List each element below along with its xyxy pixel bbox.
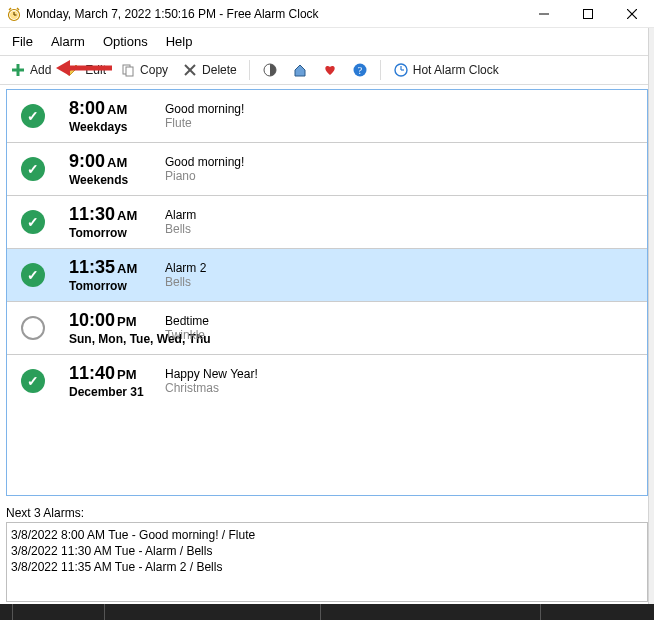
- scrollbar[interactable]: [648, 28, 654, 604]
- next-alarms-box: 3/8/2022 8:00 AM Tue - Good morning! / F…: [6, 522, 648, 602]
- copy-button[interactable]: Copy: [114, 59, 174, 81]
- edit-label: Edit: [85, 63, 106, 77]
- delete-label: Delete: [202, 63, 237, 77]
- alarm-message: Good morning!: [165, 102, 637, 116]
- separator: [380, 60, 381, 80]
- alarm-status-toggle[interactable]: ✓: [21, 104, 45, 128]
- check-icon: ✓: [27, 267, 39, 283]
- check-icon: ✓: [27, 214, 39, 230]
- alarm-ampm: PM: [117, 367, 137, 382]
- edit-button[interactable]: Edit: [59, 59, 112, 81]
- alarm-time: 10:00: [69, 310, 115, 330]
- alarm-ampm: AM: [107, 155, 127, 170]
- svg-text:?: ?: [358, 65, 363, 76]
- separator: [249, 60, 250, 80]
- alarm-row[interactable]: ✓8:00AMWeekdaysGood morning!Flute: [7, 90, 647, 143]
- alarm-time: 11:40: [69, 363, 115, 383]
- hot-alarm-clock-label: Hot Alarm Clock: [413, 63, 499, 77]
- alarm-time: 8:00: [69, 98, 105, 118]
- alarm-ampm: AM: [107, 102, 127, 117]
- home-icon: [292, 62, 308, 78]
- alarm-status-toggle[interactable]: [21, 316, 45, 340]
- add-label: Add: [30, 63, 51, 77]
- svg-rect-5: [584, 9, 593, 18]
- window-title: Monday, March 7, 2022 1:50:16 PM - Free …: [22, 7, 522, 21]
- alarm-days: Weekdays: [69, 120, 165, 134]
- toolbar: Add Edit Copy Delete ?: [0, 55, 654, 85]
- alarm-sound: Twinkle: [165, 328, 637, 342]
- alarm-time: 11:35: [69, 257, 115, 277]
- alarm-row[interactable]: ✓11:35AMTomorrowAlarm 2Bells: [7, 249, 647, 302]
- alarm-row[interactable]: ✓11:30AMTomorrowAlarmBells: [7, 196, 647, 249]
- copy-label: Copy: [140, 63, 168, 77]
- alarm-status-toggle[interactable]: ✓: [21, 369, 45, 393]
- alarm-message: Good morning!: [165, 155, 637, 169]
- hot-alarm-clock-button[interactable]: Hot Alarm Clock: [387, 59, 505, 81]
- check-icon: ✓: [27, 161, 39, 177]
- alarm-message-block: Good morning!Flute: [165, 102, 637, 130]
- alarm-message: Alarm 2: [165, 261, 637, 275]
- menu-file[interactable]: File: [4, 31, 41, 52]
- alarm-days: Weekends: [69, 173, 165, 187]
- alarm-message-block: BedtimeTwinkle: [165, 314, 637, 342]
- copy-icon: [120, 62, 136, 78]
- alarm-message-block: Happy New Year!Christmas: [165, 367, 637, 395]
- alarm-days: Tomorrow: [69, 279, 165, 293]
- bottom-strip: [0, 604, 654, 620]
- alarm-sound: Bells: [165, 275, 637, 289]
- check-icon: ✓: [27, 108, 39, 124]
- window-controls: [522, 0, 654, 28]
- contrast-button[interactable]: [256, 59, 284, 81]
- alarm-ampm: PM: [117, 314, 137, 329]
- alarm-time-block: 9:00AMWeekends: [69, 151, 165, 187]
- alarm-message: Happy New Year!: [165, 367, 637, 381]
- alarm-sound: Bells: [165, 222, 637, 236]
- menu-options[interactable]: Options: [95, 31, 156, 52]
- home-button[interactable]: [286, 59, 314, 81]
- menubar: File Alarm Options Help: [0, 28, 654, 55]
- alarm-sound: Piano: [165, 169, 637, 183]
- alarm-time-block: 11:30AMTomorrow: [69, 204, 165, 240]
- menu-alarm[interactable]: Alarm: [43, 31, 93, 52]
- alarm-list: ✓8:00AMWeekdaysGood morning!Flute✓9:00AM…: [6, 89, 648, 496]
- menu-help[interactable]: Help: [158, 31, 201, 52]
- alarm-message-block: AlarmBells: [165, 208, 637, 236]
- alarm-status-toggle[interactable]: ✓: [21, 210, 45, 234]
- alarm-message-block: Good morning!Piano: [165, 155, 637, 183]
- x-icon: [182, 62, 198, 78]
- favorite-button[interactable]: [316, 59, 344, 81]
- next-alarm-item: 3/8/2022 8:00 AM Tue - Good morning! / F…: [11, 527, 643, 543]
- pencil-icon: [65, 62, 81, 78]
- alarm-sound: Flute: [165, 116, 637, 130]
- maximize-button[interactable]: [566, 0, 610, 28]
- close-button[interactable]: [610, 0, 654, 28]
- alarm-status-toggle[interactable]: ✓: [21, 157, 45, 181]
- alarm-time: 11:30: [69, 204, 115, 224]
- alarm-row[interactable]: ✓9:00AMWeekendsGood morning!Piano: [7, 143, 647, 196]
- delete-button[interactable]: Delete: [176, 59, 243, 81]
- next-alarms-label: Next 3 Alarms:: [6, 506, 652, 520]
- alarm-message: Alarm: [165, 208, 637, 222]
- alarm-row[interactable]: ✓11:40PMDecember 31Happy New Year!Christ…: [7, 355, 647, 407]
- alarm-sound: Christmas: [165, 381, 637, 395]
- alarm-time-block: 10:00PMSun, Mon, Tue, Wed, Thu: [69, 310, 165, 346]
- check-icon: ✓: [27, 373, 39, 389]
- alarm-time-block: 11:35AMTomorrow: [69, 257, 165, 293]
- alarm-time: 9:00: [69, 151, 105, 171]
- alarm-ampm: AM: [117, 208, 137, 223]
- alarm-ampm: AM: [117, 261, 137, 276]
- minimize-button[interactable]: [522, 0, 566, 28]
- next-alarm-item: 3/8/2022 11:35 AM Tue - Alarm 2 / Bells: [11, 559, 643, 575]
- alarm-time-block: 8:00AMWeekdays: [69, 98, 165, 134]
- list-filler: [7, 407, 647, 495]
- alarm-message: Bedtime: [165, 314, 637, 328]
- add-button[interactable]: Add: [4, 59, 57, 81]
- alarm-days: December 31: [69, 385, 165, 399]
- alarm-time-block: 11:40PMDecember 31: [69, 363, 165, 399]
- help-button[interactable]: ?: [346, 59, 374, 81]
- alarm-message-block: Alarm 2Bells: [165, 261, 637, 289]
- alarm-status-toggle[interactable]: ✓: [21, 263, 45, 287]
- content-area: ✓8:00AMWeekdaysGood morning!Flute✓9:00AM…: [0, 85, 654, 500]
- alarm-days: Sun, Mon, Tue, Wed, Thu: [69, 332, 165, 346]
- alarm-row[interactable]: 10:00PMSun, Mon, Tue, Wed, ThuBedtimeTwi…: [7, 302, 647, 355]
